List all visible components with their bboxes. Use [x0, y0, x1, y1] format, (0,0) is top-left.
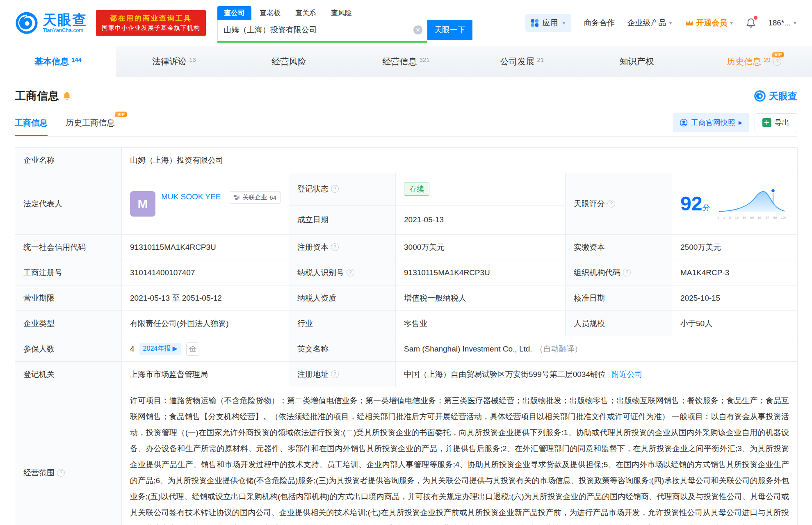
open-vip-button[interactable]: 开通会员 ▼ — [685, 18, 734, 28]
tab-intellectual-property[interactable]: 知识产权 — [580, 46, 696, 77]
notification-dot — [754, 16, 757, 20]
related-companies-badge[interactable]: 关联企业 64 — [230, 191, 281, 204]
legal-rep-avatar[interactable]: M — [130, 191, 155, 217]
field-label: 登记状态 ? — [289, 173, 396, 205]
tianyancha-logo[interactable]: 天眼查 TianYanCha.com — [15, 11, 87, 35]
field-label: 统一社会信用代码 — [15, 235, 122, 260]
chevron-down-icon: ▼ — [729, 21, 734, 25]
reg-status-cell: 存续 — [396, 173, 566, 205]
search-tab-risk[interactable]: 查风险 — [324, 6, 358, 20]
help-icon[interactable]: ? — [773, 57, 781, 66]
chevron-right-icon: ▶ — [739, 120, 742, 126]
top-header: 天眼查 TianYanCha.com 都在用的商业查询工具 国家中小企业发展子基… — [0, 0, 812, 46]
tab-company-development[interactable]: 公司发展 21 — [464, 46, 580, 77]
score-curve-chart: 01 510 3060 8797 99100 — [716, 188, 787, 219]
enterprise-product-menu[interactable]: 企业级产品 ▼ — [627, 18, 673, 28]
official-snapshot-button[interactable]: 工商官网快照 ▶ — [673, 113, 749, 132]
chevron-down-icon: ▼ — [668, 21, 673, 25]
apps-label: 应用 — [543, 18, 558, 28]
tab-legal-proceedings[interactable]: 法律诉讼 13 — [116, 46, 232, 77]
help-icon[interactable]: ? — [623, 269, 631, 276]
org-code-value: MA1K4RCP-3 — [672, 260, 798, 285]
brand-name: 天眼查 — [43, 13, 87, 27]
company-type-value: 有限责任公司(外国法人独资) — [122, 311, 289, 336]
excel-icon — [762, 118, 771, 127]
legal-rep-cell: M MUK SOOK YEE 关联企业 64 — [122, 173, 289, 235]
approval-date-value: 2025-10-15 — [672, 285, 798, 311]
staff-size-value: 小于50人 — [672, 311, 798, 336]
help-icon[interactable]: ? — [607, 200, 615, 208]
main-content: 工商信息 天眼查 工商信息 历史工商信息 VIP — [0, 89, 812, 525]
clear-search-icon[interactable]: ✕ — [413, 25, 422, 34]
tab-business-info[interactable]: 经营信息 321 — [348, 46, 464, 77]
search-input[interactable] — [217, 20, 427, 40]
apps-menu[interactable]: 应用 ▼ — [525, 14, 572, 32]
search-tab-company[interactable]: 查公司 — [217, 6, 251, 20]
search-green-underline — [217, 41, 427, 43]
paid-capital-value: 2500万美元 — [672, 235, 798, 260]
nearby-companies-link[interactable]: 附近公司 — [611, 370, 643, 379]
business-scope-value: 许可项目：道路货物运输（不含危险货物）；第二类增值电信业务；第一类增值电信业务；… — [122, 387, 798, 525]
table-row: 营业期限 2021-05-13 至 2051-05-12 纳税人资质 增值税一般… — [15, 285, 798, 311]
subscribe-bell-icon[interactable] — [62, 91, 71, 101]
table-row: 参保人数 4 2024年报 ▶ — [15, 336, 798, 362]
help-icon[interactable]: ? — [57, 469, 65, 477]
search-box: ✕ 天眼一下 — [217, 20, 472, 40]
auto-translate-note: （自动翻译） — [536, 345, 582, 353]
help-icon[interactable]: ? — [331, 243, 339, 251]
credit-code-value: 91310115MA1K4RCP3U — [122, 235, 289, 260]
company-name-value: 山姆（上海）投资有限公司 — [122, 148, 798, 173]
tab-history-info[interactable]: VIP 历史信息 29 ? — [696, 46, 812, 77]
apps-grid-icon — [531, 19, 539, 27]
english-name-value: Sam (Shanghai) Investment Co., Ltd.（自动翻译… — [396, 336, 798, 362]
field-label: 工商注册号 — [15, 260, 122, 285]
export-button[interactable]: 导出 — [755, 113, 797, 132]
tianyancha-watermark-icon — [754, 90, 766, 102]
crown-icon — [685, 19, 694, 27]
search-category-tabs: 查公司 查老板 查关系 查风险 — [217, 6, 472, 20]
sub-tab-row: 工商信息 历史工商信息 VIP 工商官网快照 ▶ 导出 — [15, 113, 797, 137]
tab-operating-risk[interactable]: 经营风险 — [232, 46, 348, 77]
subtab-business-registration[interactable]: 工商信息 — [15, 117, 48, 136]
search-button[interactable]: 天眼一下 — [427, 20, 472, 40]
field-label: 企业类型 — [15, 311, 122, 336]
business-coop-link[interactable]: 商务合作 — [584, 18, 615, 28]
reg-address-value: 中国（上海）自由贸易试验区万安街599号第二层0034铺位附近公司 — [396, 362, 798, 387]
search-tab-boss[interactable]: 查老板 — [253, 6, 287, 20]
table-row: 企业名称 山姆（上海）投资有限公司 — [15, 148, 798, 173]
bank-icon — [189, 345, 196, 353]
field-label: 注册地址 ? — [289, 362, 396, 387]
related-companies-icon — [234, 194, 240, 201]
brand-slogan-banner: 都在用的商业查询工具 国家中小企业发展子基金旗下机构 — [96, 10, 206, 36]
subtab-history-registration[interactable]: 历史工商信息 VIP — [66, 117, 115, 136]
est-date-value: 2021-05-13 — [396, 205, 566, 234]
help-icon[interactable]: ? — [347, 269, 354, 276]
field-label: 成立日期 — [289, 205, 396, 234]
vip-badge: VIP — [115, 112, 127, 117]
social-insurance-icon-button[interactable] — [186, 342, 199, 356]
annual-report-badge[interactable]: 2024年报 ▶ — [139, 343, 181, 355]
field-label: 注册资本 ? — [289, 235, 396, 260]
score-axis-ticks: 01 510 3060 8797 99100 — [716, 216, 787, 219]
table-row: 经营范围 ? 许可项目：道路货物运输（不含危险货物）；第二类增值电信业务；第一类… — [15, 387, 798, 525]
help-icon[interactable]: ? — [331, 185, 339, 193]
field-label: 参保人数 — [15, 336, 122, 362]
help-icon[interactable]: ? — [331, 370, 339, 378]
score-value: 92 — [680, 193, 702, 215]
section-title: 工商信息 — [15, 89, 59, 103]
notifications-bell[interactable] — [746, 18, 756, 28]
table-row: 登记机关 上海市市场监督管理局 注册地址 ? 中国（上海）自由贸易试验区万安街5… — [15, 362, 798, 387]
field-label: 纳税人资质 — [289, 285, 396, 311]
table-row: 法定代表人 M MUK SOOK YEE 关联企业 64 — [15, 173, 798, 205]
tab-basic-info[interactable]: 基本信息 144 — [0, 46, 116, 77]
account-phone-menu[interactable]: 186*... ▼ — [768, 18, 797, 27]
insured-cell: 4 2024年报 ▶ — [122, 336, 289, 362]
search-tab-relation[interactable]: 查关系 — [289, 6, 323, 20]
search-area: 查公司 查老板 查关系 查风险 ✕ 天眼一下 — [217, 6, 472, 40]
business-term-value: 2021-05-13 至 2051-05-12 — [122, 285, 289, 311]
field-label: 纳税人识别号 ? — [289, 260, 396, 285]
tianyancha-logo-icon — [15, 11, 39, 35]
legal-rep-name-link[interactable]: MUK SOOK YEE — [161, 191, 221, 203]
table-row: 工商注册号 310141400107407 纳税人识别号 ? 91310115M… — [15, 260, 798, 285]
field-label: 核准日期 — [566, 285, 672, 311]
